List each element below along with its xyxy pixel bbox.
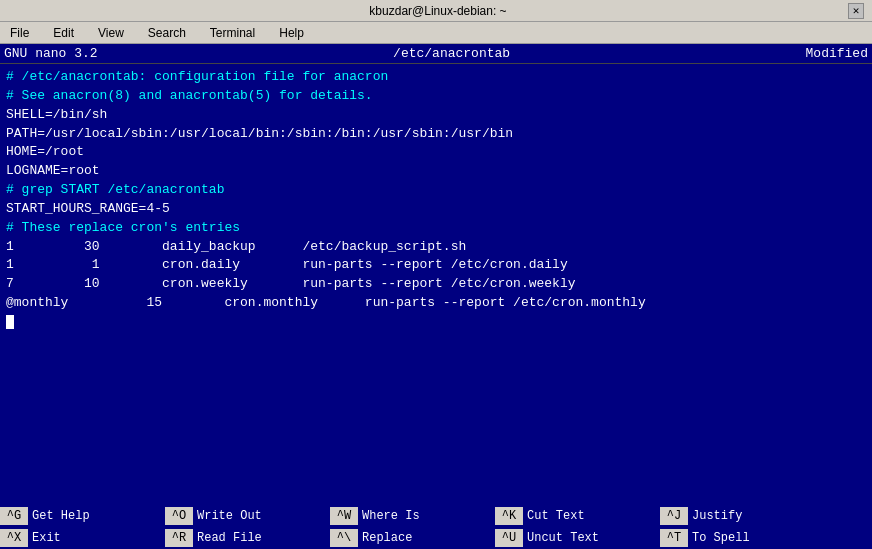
editor-line: START_HOURS_RANGE=4-5 [6,200,866,219]
menu-item-edit[interactable]: Edit [47,24,80,42]
menu-item-file[interactable]: File [4,24,35,42]
shortcut-key: ^U [495,529,523,547]
shortcut-item[interactable]: ^XExit [0,527,165,549]
top-status: GNU nano 3.2 /etc/anacrontab Modified [0,44,872,64]
nano-version: GNU nano 3.2 [4,46,98,61]
shortcut-item[interactable]: ^RRead File [165,527,330,549]
editor-line: PATH=/usr/local/sbin:/usr/local/bin:/sbi… [6,125,866,144]
menu-item-terminal[interactable]: Terminal [204,24,261,42]
shortcut-label: To Spell [692,531,750,545]
shortcut-item[interactable]: ^OWrite Out [165,505,330,527]
shortcut-label: Read File [197,531,262,545]
shortcut-key: ^K [495,507,523,525]
shortcut-item[interactable]: ^TTo Spell [660,527,825,549]
shortcut-item[interactable]: ^UUncut Text [495,527,660,549]
shortcut-item[interactable]: ^KCut Text [495,505,660,527]
file-path: /etc/anacrontab [393,46,510,61]
shortcut-item[interactable]: ^WWhere Is [330,505,495,527]
menu-item-search[interactable]: Search [142,24,192,42]
shortcut-key: ^R [165,529,193,547]
shortcut-item[interactable]: ^GGet Help [0,505,165,527]
editor-line: # grep START /etc/anacrontab [6,181,866,200]
editor-cursor-line [6,313,866,332]
shortcut-label: Justify [692,509,742,523]
editor-line: # See anacron(8) and anacrontab(5) for d… [6,87,866,106]
editor-line: # /etc/anacrontab: configuration file fo… [6,68,866,87]
shortcut-label: Replace [362,531,412,545]
editor-line: 1 30 daily_backup /etc/backup_script.sh [6,238,866,257]
editor-line: SHELL=/bin/sh [6,106,866,125]
editor-line: 1 1 cron.daily run-parts --report /etc/c… [6,256,866,275]
shortcut-key: ^W [330,507,358,525]
menu-bar: FileEditViewSearchTerminalHelp [0,22,872,44]
close-button[interactable]: ✕ [848,3,864,19]
shortcut-item[interactable]: ^\Replace [330,527,495,549]
editor-content[interactable]: # /etc/anacrontab: configuration file fo… [0,64,872,505]
shortcut-item[interactable]: ^JJustify [660,505,825,527]
shortcut-key: ^G [0,507,28,525]
editor-line: # These replace cron's entries [6,219,866,238]
bottom-bar: ^GGet Help^OWrite Out^WWhere Is^KCut Tex… [0,505,872,549]
shortcut-key: ^T [660,529,688,547]
window-title: kbuzdar@Linux-debian: ~ [28,4,848,18]
editor-line: LOGNAME=root [6,162,866,181]
menu-item-help[interactable]: Help [273,24,310,42]
editor: GNU nano 3.2 /etc/anacrontab Modified # … [0,44,872,549]
modified-status: Modified [806,46,868,61]
shortcut-row-1: ^XExit^RRead File^\Replace^UUncut Text^T… [0,527,872,549]
title-bar: kbuzdar@Linux-debian: ~ ✕ [0,0,872,22]
shortcut-label: Cut Text [527,509,585,523]
menu-item-view[interactable]: View [92,24,130,42]
editor-line: HOME=/root [6,143,866,162]
shortcut-label: Exit [32,531,61,545]
shortcut-key: ^X [0,529,28,547]
editor-line: @monthly 15 cron.monthly run-parts --rep… [6,294,866,313]
editor-line: 7 10 cron.weekly run-parts --report /etc… [6,275,866,294]
shortcut-label: Get Help [32,509,90,523]
shortcut-key: ^\ [330,529,358,547]
shortcut-label: Uncut Text [527,531,599,545]
shortcut-label: Where Is [362,509,420,523]
shortcut-label: Write Out [197,509,262,523]
shortcut-row-0: ^GGet Help^OWrite Out^WWhere Is^KCut Tex… [0,505,872,527]
shortcut-key: ^O [165,507,193,525]
shortcut-key: ^J [660,507,688,525]
